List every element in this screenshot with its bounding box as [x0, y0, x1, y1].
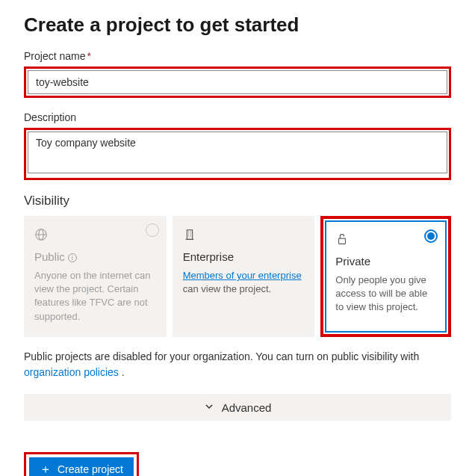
card-title-private: Private: [335, 255, 436, 268]
description-highlight: Toy company website: [24, 128, 451, 180]
visibility-option-private[interactable]: Private Only people you give access to w…: [325, 220, 447, 333]
visibility-option-public: Publici Anyone on the internet can view …: [24, 216, 167, 337]
svg-rect-3: [187, 230, 192, 240]
create-project-label: Create project: [58, 463, 123, 475]
radio-public: [146, 223, 159, 237]
card-desc-private: Only people you give access to will be a…: [335, 273, 436, 315]
page-title: Create a project to get started: [24, 13, 451, 37]
public-disabled-notice: Public projects are disabled for your or…: [24, 349, 451, 380]
enterprise-members-link[interactable]: Members of your enterprise: [183, 270, 302, 281]
description-input[interactable]: Toy company website: [28, 132, 447, 173]
card-desc-enterprise: Members of your enterprise can view the …: [183, 269, 305, 296]
visibility-options: Publici Anyone on the internet can view …: [24, 216, 451, 337]
building-icon: [183, 226, 305, 243]
visibility-private-highlight: Private Only people you give access to w…: [320, 216, 451, 337]
info-icon: i: [68, 253, 77, 262]
svg-rect-11: [339, 238, 346, 244]
visibility-option-enterprise[interactable]: Enterprise Members of your enterprise ca…: [173, 216, 315, 337]
project-name-label: Project name*: [24, 50, 451, 62]
card-desc-public: Anyone on the internet can view the proj…: [34, 269, 156, 324]
create-button-highlight: ＋ Create project: [24, 452, 139, 476]
project-name-highlight: [24, 67, 451, 98]
advanced-toggle[interactable]: Advanced: [24, 394, 451, 421]
visibility-label: Visibility: [24, 194, 451, 208]
advanced-label: Advanced: [222, 401, 272, 414]
chevron-down-icon: [204, 401, 214, 414]
globe-icon: [34, 226, 156, 243]
plus-icon: ＋: [40, 463, 52, 475]
org-policies-link[interactable]: organization policies: [24, 366, 119, 378]
create-project-button[interactable]: ＋ Create project: [29, 457, 134, 476]
project-name-input[interactable]: [28, 70, 447, 94]
radio-private[interactable]: [424, 229, 438, 243]
lock-icon: [335, 231, 436, 247]
description-label: Description: [24, 111, 451, 123]
card-title-enterprise: Enterprise: [183, 250, 305, 263]
card-title-public: Publici: [34, 250, 156, 263]
